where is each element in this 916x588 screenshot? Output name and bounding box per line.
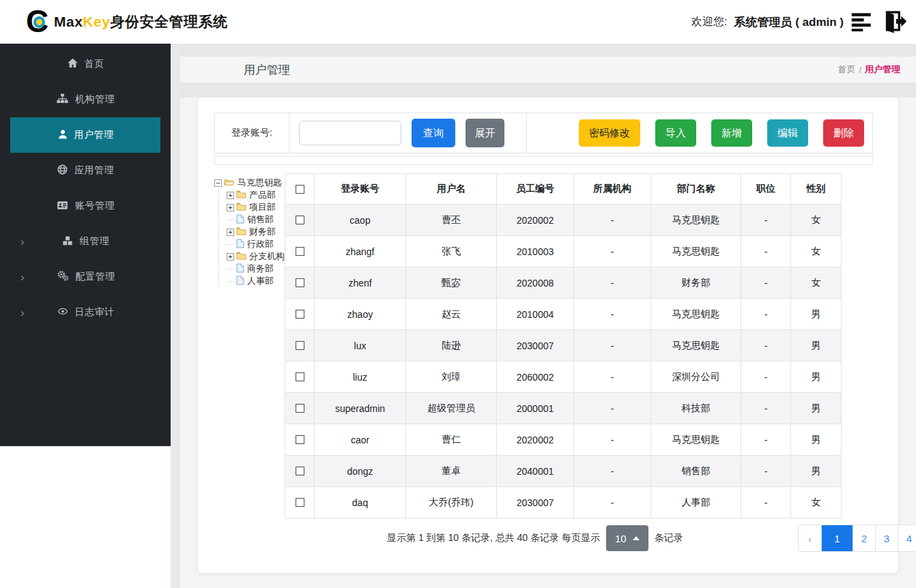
tree-node[interactable]: 行政部: [218, 238, 285, 250]
table-row[interactable]: zhangf张飞2010003-马克思钥匙-女: [285, 236, 842, 267]
tree-node[interactable]: + 财务部: [218, 226, 285, 238]
table-cell: 男: [791, 330, 842, 362]
select-all-cell: [285, 174, 315, 205]
globe-icon: [57, 164, 68, 177]
page-size-dropdown[interactable]: 10: [606, 525, 648, 551]
prev-page-button[interactable]: ‹: [799, 525, 821, 551]
sidebar-item-5[interactable]: › 账号管理: [0, 188, 171, 224]
logo-ring: [33, 16, 45, 28]
expand-expander-icon[interactable]: +: [227, 204, 234, 211]
table-cell: 马克思钥匙: [651, 205, 741, 236]
table-cell: -: [574, 362, 651, 393]
table-row[interactable]: lux陆逊2030007-马克思钥匙-男: [285, 330, 842, 362]
sidebar-item-label: 机构管理: [75, 93, 115, 106]
page-button-4[interactable]: 4: [898, 525, 916, 551]
table-cell: caop: [315, 205, 406, 236]
sidebar-item-8[interactable]: › 日志审计: [0, 295, 171, 330]
table-row[interactable]: zhaoy赵云2010004-马克思钥匙-男: [285, 299, 842, 330]
table-cell: 男: [791, 456, 842, 487]
row-checkbox[interactable]: [296, 216, 304, 224]
page-button-1[interactable]: 1: [821, 525, 853, 551]
action-button-4[interactable]: 编辑: [767, 119, 808, 147]
table-cell: liuz: [315, 362, 406, 393]
logout-icon[interactable]: [881, 11, 906, 33]
table-row[interactable]: liuz刘璋2060002-深圳分公司-男: [285, 362, 842, 393]
collapse-expander-icon[interactable]: −: [214, 179, 222, 187]
sidebar-item-6[interactable]: › 组管理: [0, 224, 171, 259]
row-checkbox[interactable]: [296, 498, 304, 507]
table-row[interactable]: daq大乔(乔玮)2030007-人事部-女: [285, 487, 842, 518]
tree-connector: [227, 281, 234, 282]
page-button-2[interactable]: 2: [853, 525, 875, 551]
pagination-summary-text: 显示第 1 到第 10 条记录, 总共 40 条记录 每页显示: [387, 532, 600, 544]
table-cell: -: [741, 236, 791, 267]
chevron-right-icon: ›: [20, 307, 25, 319]
action-button-2[interactable]: 导入: [655, 119, 696, 147]
sidebar-item-1[interactable]: › 首页: [0, 46, 171, 82]
table-cell: 马克思钥匙: [651, 299, 741, 330]
table-cell: -: [574, 267, 651, 299]
query-button[interactable]: 查询: [412, 119, 455, 147]
login-account-label: 登录账号:: [215, 113, 289, 153]
row-checkbox[interactable]: [296, 467, 304, 475]
folder-icon: [236, 202, 246, 213]
table-row[interactable]: caor曹仁2020002-马克思钥匙-男: [285, 424, 842, 456]
table-row[interactable]: zhenf甄宓2020008-财务部-女: [285, 267, 842, 299]
tree-node-label: 项目部: [248, 201, 276, 214]
expand-expander-icon[interactable]: +: [227, 253, 234, 261]
tree-connector: [227, 269, 234, 269]
table-cell: -: [741, 330, 791, 362]
action-button-1[interactable]: 密码修改: [579, 119, 640, 147]
tree-node[interactable]: + 项目部: [218, 201, 285, 214]
row-checkbox[interactable]: [296, 404, 304, 413]
table-row[interactable]: dongz董卓2040001-销售部-男: [285, 456, 842, 487]
expand-expander-icon[interactable]: +: [227, 229, 234, 236]
sidebar-item-4[interactable]: › 应用管理: [0, 153, 171, 188]
sidebar-item-label: 日志审计: [75, 306, 115, 319]
row-checkbox[interactable]: [296, 310, 304, 319]
expand-button[interactable]: 展开: [466, 119, 504, 147]
table-cell: 女: [791, 205, 842, 236]
sidebar-item-label: 首页: [85, 58, 104, 70]
page-button-3[interactable]: 3: [875, 525, 898, 551]
action-button-3[interactable]: 新增: [711, 119, 752, 147]
sidebar-item-3[interactable]: › 用户管理: [10, 117, 160, 153]
row-checkbox[interactable]: [296, 435, 304, 444]
sidebar-item-7[interactable]: › 配置管理: [0, 259, 171, 295]
table-row[interactable]: caop曹丕2020002-马克思钥匙-女: [285, 205, 842, 236]
tree-node[interactable]: 人事部: [218, 275, 285, 287]
action-button-5[interactable]: 删除: [823, 119, 864, 147]
table-cell: -: [574, 299, 651, 330]
tree-node[interactable]: + 分支机构: [218, 250, 285, 263]
tree-connector: [227, 220, 234, 220]
sidebar-item-2[interactable]: › 机构管理: [0, 82, 171, 117]
expand-expander-icon[interactable]: +: [227, 192, 234, 199]
table-cell: daq: [315, 487, 406, 518]
table-cell: 2020008: [497, 267, 574, 299]
users-table-wrap: 登录账号用户名员工编号所属机构部门名称职位性别 caop曹丕2020002-马克…: [285, 173, 916, 552]
table-cell: 甄宓: [406, 267, 497, 299]
table-row[interactable]: superadmin超级管理员2000001-科技部-男: [285, 393, 842, 424]
breadcrumb-home-link[interactable]: 首页: [838, 63, 855, 76]
select-all-checkbox[interactable]: [296, 185, 304, 194]
table-cell: 2030007: [497, 487, 574, 518]
tree-node[interactable]: 商务部: [218, 263, 285, 275]
tree-node[interactable]: − 马克思钥匙: [214, 177, 285, 189]
row-select-cell: [285, 487, 315, 518]
row-checkbox[interactable]: [296, 341, 304, 350]
table-cell: -: [741, 424, 791, 456]
tree-node[interactable]: + 产品部: [218, 189, 285, 201]
login-account-input[interactable]: [299, 121, 401, 145]
table-cell: 男: [791, 424, 842, 456]
row-checkbox[interactable]: [296, 372, 304, 381]
table-cell: 女: [791, 267, 842, 299]
chevron-right-icon: ›: [20, 271, 25, 283]
tree-node-label: 分支机构: [248, 250, 285, 263]
file-icon: [236, 276, 244, 287]
tree-node[interactable]: 销售部: [218, 214, 285, 226]
current-user: 系统管理员 ( admin ): [734, 14, 844, 30]
sidebar-item-label: 用户管理: [74, 129, 114, 141]
row-checkbox[interactable]: [296, 278, 304, 287]
menu-bars-icon[interactable]: [850, 12, 874, 31]
row-checkbox[interactable]: [296, 247, 304, 256]
